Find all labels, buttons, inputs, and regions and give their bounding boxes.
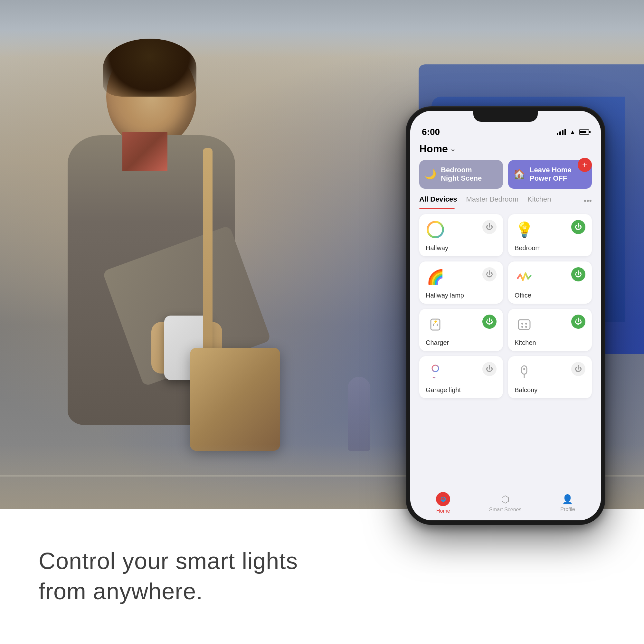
tabs-row: All Devices Master Bedroom Kitchen ••• — [410, 195, 601, 209]
tab-active-indicator — [419, 208, 455, 209]
svg-point-6 — [525, 323, 527, 325]
tab-kitchen[interactable]: Kitchen — [527, 195, 551, 207]
device-card-office[interactable]: ⏻ Office — [508, 261, 592, 304]
svg-point-5 — [521, 323, 523, 325]
hallway-name: Hallway — [426, 244, 497, 252]
charger-name: Charger — [426, 339, 497, 346]
device-card-garage-light[interactable]: ⏻ Garage light — [419, 356, 503, 398]
nav-profile-label: Profile — [560, 507, 575, 512]
device-card-balcony[interactable]: ⏻ Balcony — [508, 356, 592, 398]
svg-point-9 — [432, 365, 439, 372]
device-card-bedroom[interactable]: 💡 ⏻ Bedroom — [508, 214, 592, 256]
garage-power-button[interactable]: ⏻ — [482, 362, 497, 376]
device-card-hallway[interactable]: ⏻ Hallway — [419, 214, 503, 256]
hallway-lamp-name: Hallway lamp — [426, 292, 497, 299]
hallway-lamp-power-button[interactable]: ⏻ — [482, 267, 497, 281]
tab-more-icon[interactable]: ••• — [584, 196, 592, 205]
profile-nav-icon: 👤 — [562, 494, 573, 505]
tagline: Control your smart lights from anywhere. — [39, 546, 298, 606]
home-nav-icon: 🌐 — [439, 495, 447, 503]
scenes-row: 🌙 BedroomNight Scene 🏠 Leave Home Power … — [410, 160, 601, 195]
tagline-line1: Control your smart lights — [39, 548, 298, 574]
scene-bedroom-night[interactable]: 🌙 BedroomNight Scene — [419, 160, 503, 189]
bg-person-1 — [306, 367, 332, 451]
scene-leave-label: Leave Home Power OFF — [530, 166, 587, 183]
bedroom-icon: 💡 — [515, 220, 534, 239]
battery-icon — [579, 129, 589, 135]
app-header: Home ⌄ + — [410, 140, 601, 160]
balcony-name: Balcony — [515, 386, 585, 394]
tab-master-bedroom[interactable]: Master Bedroom — [466, 195, 518, 207]
garage-light-name: Garage light — [426, 386, 497, 394]
smart-scenes-nav-icon: ⬡ — [501, 494, 509, 505]
phone-mockup: 6:00 ▲ Home — [406, 106, 605, 525]
balcony-power-button[interactable]: ⏻ — [571, 362, 585, 376]
kitchen-name: Kitchen — [515, 339, 585, 346]
svg-point-8 — [525, 326, 527, 328]
bottom-nav: 🌐 Home ⬡ Smart Scenes 👤 Profile — [410, 488, 601, 520]
tagline-line2: from anywhere. — [39, 578, 203, 604]
svg-rect-4 — [518, 320, 530, 329]
phone-screen: 6:00 ▲ Home — [410, 111, 601, 520]
status-icons: ▲ — [557, 128, 589, 136]
svg-point-7 — [521, 326, 523, 328]
svg-line-11 — [433, 377, 435, 378]
home-power-icon: 🏠 — [513, 168, 525, 180]
wifi-icon: ▲ — [569, 128, 576, 136]
nav-smart-scenes-label: Smart Scenes — [489, 507, 521, 513]
charger-power-button[interactable]: ⏻ — [482, 315, 497, 329]
nav-smart-scenes[interactable]: ⬡ Smart Scenes — [489, 494, 521, 513]
home-chevron-icon: ⌄ — [450, 145, 456, 153]
moon-icon: 🌙 — [424, 168, 436, 180]
kitchen-power-button[interactable]: ⏻ — [571, 315, 585, 329]
svg-point-14 — [523, 368, 525, 370]
devices-grid: ⏻ Hallway 💡 ⏻ Bedroom — [410, 209, 601, 403]
charger-icon: ⚡ — [426, 315, 445, 334]
office-name: Office — [515, 292, 585, 299]
balcony-icon — [515, 362, 534, 381]
phone-outer: 6:00 ▲ Home — [406, 106, 605, 525]
svg-text:🌐: 🌐 — [440, 497, 446, 502]
bottom-section: Control your smart lights from anywhere. — [0, 509, 644, 644]
device-card-kitchen[interactable]: ⏻ Kitchen — [508, 309, 592, 351]
notch — [473, 111, 538, 122]
hallway-lamp-icon: 🌈 — [426, 267, 445, 287]
signal-bars-icon — [557, 129, 566, 135]
add-button[interactable]: + — [578, 158, 592, 172]
scene-bedroom-label: BedroomNight Scene — [441, 166, 482, 183]
hallway-power-button[interactable]: ⏻ — [482, 220, 497, 234]
kitchen-icon — [515, 315, 534, 334]
nav-home[interactable]: 🌐 Home — [436, 492, 450, 514]
garage-light-icon — [426, 362, 445, 381]
office-power-button[interactable]: ⏻ — [571, 267, 585, 281]
office-icon — [515, 267, 534, 287]
office-zigzag-icon — [516, 269, 533, 285]
bedroom-name: Bedroom — [515, 244, 585, 252]
home-title: Home ⌄ — [419, 143, 592, 155]
bg-person-2 — [348, 377, 370, 451]
nav-home-label: Home — [436, 508, 450, 514]
hallway-icon — [426, 220, 445, 239]
device-card-charger[interactable]: ⚡ ⏻ Charger — [419, 309, 503, 351]
nav-profile[interactable]: 👤 Profile — [560, 494, 575, 512]
svg-text:⚡: ⚡ — [433, 319, 438, 324]
home-label: Home — [419, 143, 448, 155]
device-card-hallway-lamp[interactable]: 🌈 ⏻ Hallway lamp — [419, 261, 503, 304]
status-time: 6:00 — [422, 127, 440, 137]
bedroom-power-button[interactable]: ⏻ — [571, 220, 585, 234]
tab-all-devices[interactable]: All Devices — [419, 195, 457, 207]
